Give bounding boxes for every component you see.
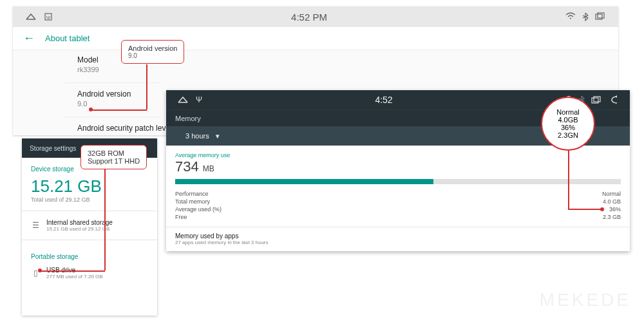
internal-storage-label: Internal shared storage: [46, 219, 113, 226]
callout-title: Android version: [128, 44, 177, 52]
callout-line: 36%: [561, 124, 575, 131]
internal-storage-row[interactable]: ☰ Internal shared storage 15.21 GB used …: [22, 216, 157, 234]
callout-line: Support 1T HHD: [88, 157, 140, 165]
internal-storage-sub: 15.21 GB used of 29.12 GB: [46, 226, 113, 232]
recent-icon[interactable]: [595, 12, 605, 21]
callout-line: 2.3GN: [558, 131, 578, 139]
back-icon[interactable]: [608, 95, 618, 104]
callout-line: 32GB ROM: [88, 149, 140, 157]
callout-line: Normal: [556, 108, 579, 116]
status-bar: Ψ 4:52 PM: [13, 6, 618, 27]
annotation-line: [146, 64, 147, 109]
bluetooth-icon: [582, 12, 589, 21]
portable-storage-section: Portable storage: [22, 245, 157, 264]
filter-value: 3 hours: [185, 132, 209, 140]
storage-used-value: 15.21 GB: [31, 176, 148, 196]
home-icon[interactable]: [26, 12, 36, 21]
avg-memory-label: Average memory use: [175, 152, 621, 158]
callout-android-version: Android version 9.0: [121, 40, 184, 64]
avg-memory-number: 734: [175, 158, 199, 175]
memory-apps-sub: 27 apps used memory in the last 3 hours: [175, 240, 621, 245]
usb-drive-sub: 277 MB used of 7.20 GB: [46, 274, 103, 279]
home-icon[interactable]: [178, 95, 188, 104]
memory-bar-fill: [175, 179, 433, 184]
back-arrow-icon[interactable]: ←: [23, 32, 35, 45]
callout-rom: 32GB ROM Support 1T HHD: [80, 145, 147, 169]
stat-label: Average used (%): [175, 206, 222, 213]
storage-total-label: Total used of 29.12 GB: [31, 196, 148, 203]
memory-apps-label: Memory used by apps: [175, 232, 621, 240]
svg-rect-4: [598, 13, 604, 18]
model-value: rk3399: [77, 66, 618, 73]
annotation-dot: [38, 269, 42, 272]
annotation-dot: [600, 207, 604, 211]
annotation-line: [568, 151, 569, 209]
stat-value: 2.3 GB: [602, 214, 621, 220]
screen-header: ← About tablet: [13, 27, 618, 50]
clock: 4:52: [202, 95, 565, 105]
storage-summary[interactable]: 15.21 GB Total used of 29.12 GB: [22, 176, 157, 205]
svg-text:Ψ: Ψ: [46, 15, 51, 21]
avg-memory-value: 734 MB: [175, 158, 621, 175]
stat-label: Total memory: [175, 198, 222, 205]
stat-label: Free: [175, 214, 222, 220]
annotation-dot: [89, 108, 93, 111]
stat-label: Performance: [175, 191, 222, 197]
usb-icon: Ψ: [44, 12, 53, 21]
memory-bar: [175, 179, 621, 184]
storage-icon: ☰: [31, 221, 40, 230]
avg-memory-unit: MB: [203, 164, 214, 173]
callout-value: 9.0: [128, 52, 177, 59]
memory-apps-row[interactable]: Memory used by apps 27 apps used memory …: [175, 232, 621, 245]
callout-memory: Normal 4.0GB 36% 2.3GN: [541, 97, 595, 151]
svg-rect-6: [592, 98, 598, 103]
clock: 4:52 PM: [53, 12, 565, 23]
watermark: MEKEDE: [540, 290, 631, 310]
recent-icon[interactable]: [591, 96, 601, 104]
usb-drive-row[interactable]: ▯ USB drive 277 MB used of 7.20 GB: [22, 264, 157, 282]
wifi-icon: [565, 12, 576, 21]
callout-line: 4.0GB: [558, 116, 578, 124]
annotation-line: [104, 169, 106, 270]
stat-value: 36%: [602, 206, 621, 213]
stat-value: 4.0 GB: [602, 198, 621, 205]
svg-rect-7: [594, 97, 600, 102]
annotation-line: [568, 209, 601, 210]
memory-stats: Performance Total memory Average used (%…: [175, 191, 621, 220]
usb-icon: Ψ: [196, 95, 202, 104]
dropdown-icon: ▾: [216, 132, 220, 140]
stat-value: Normal: [602, 191, 621, 197]
svg-rect-3: [596, 14, 602, 19]
annotation-line: [91, 109, 147, 111]
annotation-line: [40, 270, 105, 272]
screen-title: About tablet: [45, 33, 90, 43]
